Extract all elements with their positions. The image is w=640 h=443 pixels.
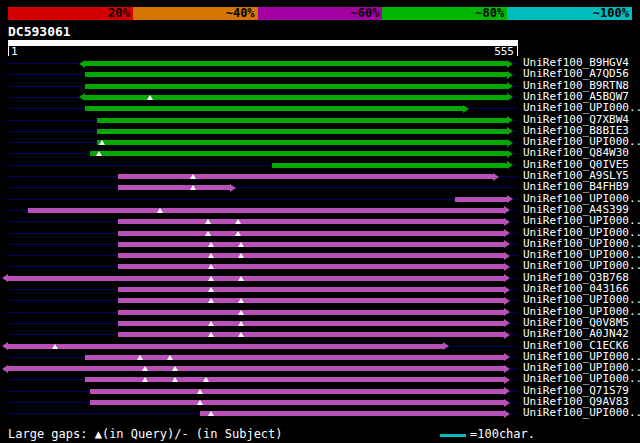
hit-label[interactable]: UniRef100_UPI000... xyxy=(523,260,640,271)
hit-bar[interactable] xyxy=(97,118,507,123)
hit-label[interactable]: UniRef100_UPI000... xyxy=(523,215,640,226)
hit-bar[interactable] xyxy=(85,84,507,89)
hit-right-arrow-icon xyxy=(504,263,510,271)
hit-label[interactable]: UniRef100_UPI000... xyxy=(523,306,640,317)
large-gap-marker-icon xyxy=(238,321,244,326)
hit-right-arrow-icon xyxy=(507,82,513,90)
large-gap-marker-icon xyxy=(208,287,214,292)
large-gap-marker-icon xyxy=(208,264,214,269)
hit-row-baseline xyxy=(8,187,518,188)
hit-label[interactable]: UniRef100_A0JN42 xyxy=(523,328,629,339)
hit-bar[interactable] xyxy=(118,219,505,224)
large-gap-marker-icon xyxy=(208,276,214,281)
hit-label[interactable]: UniRef100_B4FHB9 xyxy=(523,181,629,192)
hit-label[interactable]: UniRef100_UPI000... xyxy=(523,227,640,238)
hit-label[interactable]: UniRef100_UPI000... xyxy=(523,407,640,418)
large-gap-marker-icon xyxy=(238,298,244,303)
hit-right-arrow-icon xyxy=(507,127,513,135)
hit-right-arrow-icon xyxy=(507,150,513,158)
hit-bar[interactable] xyxy=(118,321,505,326)
large-gap-marker-icon xyxy=(172,377,178,382)
large-gap-marker-icon xyxy=(208,298,214,303)
hit-label[interactable]: UniRef100_B9RTN8 xyxy=(523,80,629,91)
large-gap-marker-icon xyxy=(208,411,214,416)
hit-right-arrow-icon xyxy=(504,376,510,384)
hit-bar[interactable] xyxy=(200,411,504,416)
hit-bar[interactable] xyxy=(118,287,505,292)
hit-right-arrow-icon xyxy=(504,218,510,226)
large-gap-marker-icon xyxy=(208,253,214,258)
large-gap-marker-icon xyxy=(235,219,241,224)
large-gap-marker-icon xyxy=(172,366,178,371)
hit-right-arrow-icon xyxy=(504,353,510,361)
hit-right-arrow-icon xyxy=(504,229,510,237)
hit-bar[interactable] xyxy=(85,72,507,77)
large-gap-marker-icon xyxy=(167,355,173,360)
hit-bar[interactable] xyxy=(118,298,505,303)
hit-label[interactable]: UniRef100_UPI000... xyxy=(523,193,640,204)
large-gap-marker-icon xyxy=(147,95,153,100)
hit-bar[interactable] xyxy=(90,151,507,156)
hit-right-arrow-icon xyxy=(504,297,510,305)
hit-label[interactable]: UniRef100_UPI000... xyxy=(523,294,640,305)
hit-bar[interactable] xyxy=(8,344,443,349)
hit-bar[interactable] xyxy=(97,129,507,134)
hit-bar[interactable] xyxy=(8,366,504,371)
hit-right-arrow-icon xyxy=(230,184,236,192)
hit-bar[interactable] xyxy=(118,185,230,190)
hit-label[interactable]: UniRef100_C1ECK6 xyxy=(523,340,629,351)
hit-left-arrow-icon xyxy=(2,342,8,350)
hit-right-arrow-icon xyxy=(504,399,510,407)
hit-bar[interactable] xyxy=(90,389,504,394)
hit-bar[interactable] xyxy=(97,140,507,145)
hit-right-arrow-icon xyxy=(463,105,469,113)
hit-left-arrow-icon xyxy=(2,274,8,282)
hit-bar[interactable] xyxy=(118,332,505,337)
hit-bar[interactable] xyxy=(8,276,504,281)
large-gap-marker-icon xyxy=(137,355,143,360)
hit-bar[interactable] xyxy=(455,197,507,202)
large-gap-marker-icon xyxy=(205,231,211,236)
hit-right-arrow-icon xyxy=(504,365,510,373)
hit-label[interactable]: UniRef100_Q84W30 xyxy=(523,147,629,158)
large-gaps-legend: Large gaps: ▲(in Query)/- (in Subject) xyxy=(8,428,283,441)
hit-right-arrow-icon xyxy=(493,173,499,181)
large-gap-marker-icon xyxy=(142,366,148,371)
hit-label[interactable]: UniRef100_UPI000... xyxy=(523,102,640,113)
large-gap-marker-icon xyxy=(208,332,214,337)
large-gap-marker-icon xyxy=(203,377,209,382)
hit-bar[interactable] xyxy=(90,400,504,405)
hit-bar[interactable] xyxy=(85,355,504,360)
large-gap-marker-icon xyxy=(190,174,196,179)
large-gap-marker-icon xyxy=(235,231,241,236)
hit-label[interactable]: UniRef100_UPI000... xyxy=(523,373,640,384)
hit-bar[interactable] xyxy=(85,377,504,382)
hit-right-arrow-icon xyxy=(507,195,513,203)
hit-bar[interactable] xyxy=(118,264,505,269)
hit-bar[interactable] xyxy=(85,106,462,111)
hit-right-arrow-icon xyxy=(507,93,513,101)
hit-bar[interactable] xyxy=(118,253,505,258)
hit-bar[interactable] xyxy=(118,242,505,247)
hit-right-arrow-icon xyxy=(504,206,510,214)
hit-right-arrow-icon xyxy=(504,274,510,282)
large-gap-marker-icon xyxy=(197,400,203,405)
hit-right-arrow-icon xyxy=(504,240,510,248)
hit-bar[interactable] xyxy=(118,174,494,179)
large-gap-marker-icon xyxy=(99,140,105,145)
hit-bar[interactable] xyxy=(118,231,505,236)
hit-left-arrow-icon xyxy=(79,60,85,68)
hit-label[interactable]: UniRef100_Q7XBW4 xyxy=(523,114,629,125)
hit-right-arrow-icon xyxy=(507,116,513,124)
hit-bar[interactable] xyxy=(28,208,504,213)
hit-bar[interactable] xyxy=(118,310,505,315)
hit-bar[interactable] xyxy=(85,61,507,66)
hit-label[interactable]: UniRef100_A7QD56 xyxy=(523,68,629,79)
hit-right-arrow-icon xyxy=(504,252,510,260)
hit-right-arrow-icon xyxy=(443,342,449,350)
hit-bar[interactable] xyxy=(272,163,507,168)
large-gap-marker-icon xyxy=(157,208,163,213)
large-gap-marker-icon xyxy=(238,276,244,281)
large-gap-marker-icon xyxy=(238,332,244,337)
hit-left-arrow-icon xyxy=(2,365,8,373)
